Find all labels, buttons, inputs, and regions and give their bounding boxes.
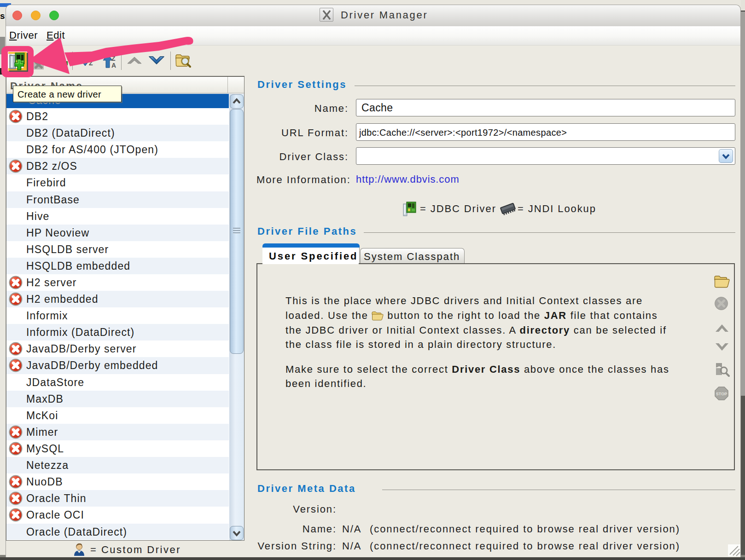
svg-text:STOP: STOP [716,392,727,396]
